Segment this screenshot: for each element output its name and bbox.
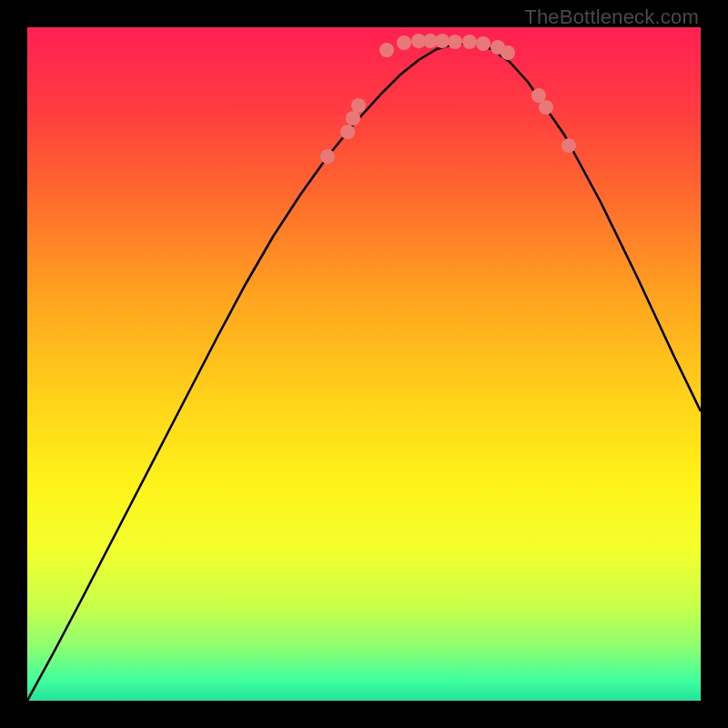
curve-marker bbox=[462, 35, 477, 49]
curve-marker bbox=[500, 46, 515, 60]
curve-marker bbox=[448, 35, 462, 49]
curve-marker bbox=[379, 43, 394, 57]
curve-marker bbox=[340, 125, 355, 139]
curve-marker bbox=[320, 149, 335, 164]
curve-marker bbox=[397, 35, 411, 50]
plot-area bbox=[27, 27, 701, 701]
curve-marker bbox=[346, 111, 360, 126]
curve-marker bbox=[351, 98, 366, 113]
chart-frame: TheBottleneck.com bbox=[0, 0, 728, 728]
curve-marker bbox=[476, 36, 490, 51]
curve-markers bbox=[320, 34, 576, 164]
watermark-text: TheBottleneck.com bbox=[524, 5, 699, 29]
curve-layer bbox=[27, 27, 701, 701]
bottleneck-curve bbox=[27, 44, 701, 701]
curve-marker bbox=[435, 34, 450, 48]
curve-marker bbox=[539, 100, 553, 115]
curve-marker bbox=[561, 138, 576, 153]
